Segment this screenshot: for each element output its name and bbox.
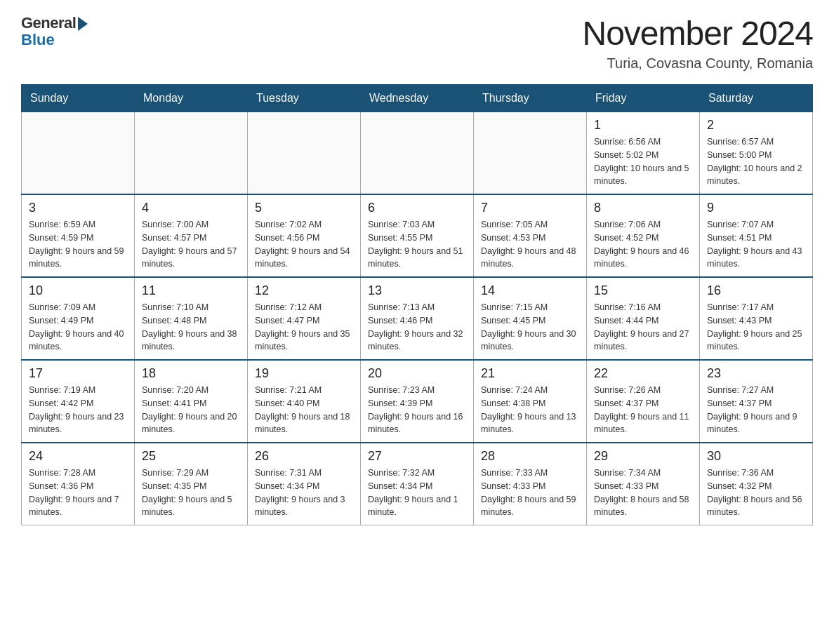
calendar-cell xyxy=(361,112,474,195)
calendar-cell: 7Sunrise: 7:05 AMSunset: 4:53 PMDaylight… xyxy=(474,194,587,277)
day-number: 13 xyxy=(368,283,466,298)
day-number: 20 xyxy=(368,366,466,381)
day-of-week-header: Tuesday xyxy=(248,85,361,112)
logo-blue-text: Blue xyxy=(21,31,55,49)
day-info: Sunrise: 7:10 AMSunset: 4:48 PMDaylight:… xyxy=(142,301,240,354)
day-info: Sunrise: 6:56 AMSunset: 5:02 PMDaylight:… xyxy=(594,135,692,188)
calendar-cell: 14Sunrise: 7:15 AMSunset: 4:45 PMDayligh… xyxy=(474,277,587,360)
day-number: 15 xyxy=(594,283,692,298)
location-title: Turia, Covasna County, Romania xyxy=(582,55,813,72)
day-info: Sunrise: 7:26 AMSunset: 4:37 PMDaylight:… xyxy=(594,384,692,436)
calendar-cell: 30Sunrise: 7:36 AMSunset: 4:32 PMDayligh… xyxy=(700,443,813,525)
day-of-week-header: Friday xyxy=(587,85,700,112)
day-info: Sunrise: 6:57 AMSunset: 5:00 PMDaylight:… xyxy=(707,135,805,188)
calendar-cell: 26Sunrise: 7:31 AMSunset: 4:34 PMDayligh… xyxy=(248,443,361,525)
calendar-cell: 17Sunrise: 7:19 AMSunset: 4:42 PMDayligh… xyxy=(22,360,135,443)
day-of-week-header: Saturday xyxy=(700,85,813,112)
day-number: 7 xyxy=(481,201,579,215)
day-number: 28 xyxy=(481,449,579,464)
calendar-cell: 19Sunrise: 7:21 AMSunset: 4:40 PMDayligh… xyxy=(248,360,361,443)
calendar-cell: 23Sunrise: 7:27 AMSunset: 4:37 PMDayligh… xyxy=(700,360,813,443)
calendar-cell: 22Sunrise: 7:26 AMSunset: 4:37 PMDayligh… xyxy=(587,360,700,443)
calendar-cell: 6Sunrise: 7:03 AMSunset: 4:55 PMDaylight… xyxy=(361,194,474,277)
day-number: 22 xyxy=(594,366,692,381)
day-of-week-header: Wednesday xyxy=(361,85,474,112)
day-number: 9 xyxy=(707,201,805,215)
day-number: 19 xyxy=(255,366,353,381)
calendar-table: SundayMondayTuesdayWednesdayThursdayFrid… xyxy=(21,84,813,525)
day-info: Sunrise: 7:33 AMSunset: 4:33 PMDaylight:… xyxy=(481,467,579,519)
day-of-week-header: Thursday xyxy=(474,85,587,112)
day-info: Sunrise: 7:03 AMSunset: 4:55 PMDaylight:… xyxy=(368,218,466,271)
calendar-cell: 28Sunrise: 7:33 AMSunset: 4:33 PMDayligh… xyxy=(474,443,587,525)
day-info: Sunrise: 7:17 AMSunset: 4:43 PMDaylight:… xyxy=(707,301,805,354)
day-number: 2 xyxy=(707,118,805,133)
day-info: Sunrise: 7:24 AMSunset: 4:38 PMDaylight:… xyxy=(481,384,579,436)
day-number: 8 xyxy=(594,201,692,215)
day-info: Sunrise: 7:19 AMSunset: 4:42 PMDaylight:… xyxy=(29,384,127,436)
calendar-cell xyxy=(22,112,135,195)
day-info: Sunrise: 7:02 AMSunset: 4:56 PMDaylight:… xyxy=(255,218,353,271)
day-number: 24 xyxy=(29,449,127,464)
day-info: Sunrise: 7:13 AMSunset: 4:46 PMDaylight:… xyxy=(368,301,466,354)
logo-general-text: General xyxy=(21,14,76,32)
day-number: 25 xyxy=(142,449,240,464)
day-number: 17 xyxy=(29,366,127,381)
title-section: November 2024 Turia, Covasna County, Rom… xyxy=(582,14,813,72)
logo: General Blue xyxy=(21,14,88,49)
calendar-cell: 20Sunrise: 7:23 AMSunset: 4:39 PMDayligh… xyxy=(361,360,474,443)
calendar-cell: 12Sunrise: 7:12 AMSunset: 4:47 PMDayligh… xyxy=(248,277,361,360)
day-number: 1 xyxy=(594,118,692,133)
day-info: Sunrise: 7:15 AMSunset: 4:45 PMDaylight:… xyxy=(481,301,579,354)
calendar-week-row: 1Sunrise: 6:56 AMSunset: 5:02 PMDaylight… xyxy=(22,112,813,195)
calendar-cell: 24Sunrise: 7:28 AMSunset: 4:36 PMDayligh… xyxy=(22,443,135,525)
day-number: 27 xyxy=(368,449,466,464)
day-number: 29 xyxy=(594,449,692,464)
day-info: Sunrise: 7:12 AMSunset: 4:47 PMDaylight:… xyxy=(255,301,353,354)
calendar-cell: 25Sunrise: 7:29 AMSunset: 4:35 PMDayligh… xyxy=(135,443,248,525)
day-info: Sunrise: 7:31 AMSunset: 4:34 PMDaylight:… xyxy=(255,467,353,519)
calendar-cell xyxy=(248,112,361,195)
day-number: 18 xyxy=(142,366,240,381)
day-info: Sunrise: 7:00 AMSunset: 4:57 PMDaylight:… xyxy=(142,218,240,271)
day-number: 14 xyxy=(481,283,579,298)
calendar-cell: 8Sunrise: 7:06 AMSunset: 4:52 PMDaylight… xyxy=(587,194,700,277)
calendar-cell: 1Sunrise: 6:56 AMSunset: 5:02 PMDaylight… xyxy=(587,112,700,195)
day-info: Sunrise: 7:32 AMSunset: 4:34 PMDaylight:… xyxy=(368,467,466,519)
day-info: Sunrise: 7:34 AMSunset: 4:33 PMDaylight:… xyxy=(594,467,692,519)
day-info: Sunrise: 7:29 AMSunset: 4:35 PMDaylight:… xyxy=(142,467,240,519)
day-of-week-header: Monday xyxy=(135,85,248,112)
day-number: 12 xyxy=(255,283,353,298)
calendar-week-row: 17Sunrise: 7:19 AMSunset: 4:42 PMDayligh… xyxy=(22,360,813,443)
calendar-cell: 2Sunrise: 6:57 AMSunset: 5:00 PMDaylight… xyxy=(700,112,813,195)
day-number: 21 xyxy=(481,366,579,381)
calendar-cell: 11Sunrise: 7:10 AMSunset: 4:48 PMDayligh… xyxy=(135,277,248,360)
page-header: General Blue November 2024 Turia, Covasn… xyxy=(21,14,813,72)
calendar-cell xyxy=(474,112,587,195)
calendar-cell: 21Sunrise: 7:24 AMSunset: 4:38 PMDayligh… xyxy=(474,360,587,443)
day-number: 10 xyxy=(29,283,127,298)
day-number: 5 xyxy=(255,201,353,215)
day-number: 3 xyxy=(29,201,127,215)
calendar-cell: 16Sunrise: 7:17 AMSunset: 4:43 PMDayligh… xyxy=(700,277,813,360)
calendar-cell: 5Sunrise: 7:02 AMSunset: 4:56 PMDaylight… xyxy=(248,194,361,277)
calendar-cell: 18Sunrise: 7:20 AMSunset: 4:41 PMDayligh… xyxy=(135,360,248,443)
day-info: Sunrise: 7:16 AMSunset: 4:44 PMDaylight:… xyxy=(594,301,692,354)
month-title: November 2024 xyxy=(582,14,813,53)
calendar-week-row: 10Sunrise: 7:09 AMSunset: 4:49 PMDayligh… xyxy=(22,277,813,360)
calendar-header-row: SundayMondayTuesdayWednesdayThursdayFrid… xyxy=(22,85,813,112)
calendar-cell: 13Sunrise: 7:13 AMSunset: 4:46 PMDayligh… xyxy=(361,277,474,360)
calendar-cell: 15Sunrise: 7:16 AMSunset: 4:44 PMDayligh… xyxy=(587,277,700,360)
calendar-week-row: 3Sunrise: 6:59 AMSunset: 4:59 PMDaylight… xyxy=(22,194,813,277)
day-info: Sunrise: 7:23 AMSunset: 4:39 PMDaylight:… xyxy=(368,384,466,436)
day-info: Sunrise: 7:09 AMSunset: 4:49 PMDaylight:… xyxy=(29,301,127,354)
calendar-cell: 3Sunrise: 6:59 AMSunset: 4:59 PMDaylight… xyxy=(22,194,135,277)
day-number: 6 xyxy=(368,201,466,215)
calendar-cell: 27Sunrise: 7:32 AMSunset: 4:34 PMDayligh… xyxy=(361,443,474,525)
logo-arrow-icon xyxy=(78,17,88,31)
day-of-week-header: Sunday xyxy=(22,85,135,112)
calendar-cell: 9Sunrise: 7:07 AMSunset: 4:51 PMDaylight… xyxy=(700,194,813,277)
day-info: Sunrise: 7:05 AMSunset: 4:53 PMDaylight:… xyxy=(481,218,579,271)
day-info: Sunrise: 7:21 AMSunset: 4:40 PMDaylight:… xyxy=(255,384,353,436)
calendar-week-row: 24Sunrise: 7:28 AMSunset: 4:36 PMDayligh… xyxy=(22,443,813,525)
